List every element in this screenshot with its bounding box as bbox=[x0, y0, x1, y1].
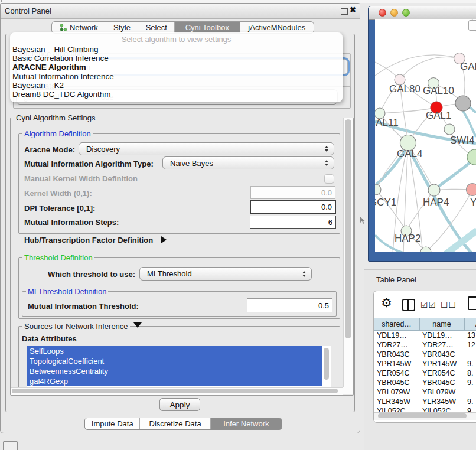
apply-button-label: Apply bbox=[170, 400, 190, 409]
attributes-vscrollbar-thumb[interactable] bbox=[324, 348, 329, 380]
kernel-width-label: Kernel Width (0,1): bbox=[24, 189, 92, 198]
table-cell[interactable]: 9. bbox=[467, 359, 476, 369]
table-cell[interactable]: YDL19… bbox=[377, 331, 419, 340]
window-minimize-button[interactable] bbox=[390, 9, 398, 17]
network-node-hap4[interactable] bbox=[428, 184, 440, 196]
table-cell[interactable]: 8. bbox=[467, 369, 476, 378]
which-threshold-combo[interactable]: MI Threshold bbox=[139, 267, 312, 281]
tab-style[interactable]: Style bbox=[106, 22, 138, 33]
table-cell[interactable]: YER054C bbox=[422, 369, 464, 378]
network-node-label: GCY1 bbox=[375, 197, 396, 208]
table-cell[interactable]: YDR27… bbox=[377, 340, 419, 350]
mouse-cursor bbox=[360, 217, 366, 224]
table-panel-title: Table Panel bbox=[376, 275, 416, 284]
algorithm-option[interactable]: Dream8 DC_TDC Algorithm bbox=[12, 90, 344, 99]
collapse-arrow-icon[interactable] bbox=[133, 322, 142, 328]
bottom-tab-discretize-data[interactable]: Discretize Data bbox=[139, 418, 210, 429]
table-cell[interactable]: YBR043C bbox=[377, 350, 419, 359]
tab-network[interactable]: Network bbox=[52, 22, 106, 33]
network-node-label: GAL1 bbox=[426, 110, 451, 121]
table-cell[interactable]: YER054C bbox=[377, 369, 419, 378]
table-column-header[interactable]: name bbox=[419, 318, 464, 331]
control-panel-titlebar bbox=[1, 4, 360, 19]
table-cell[interactable]: YBL079W bbox=[377, 387, 419, 397]
network-edge bbox=[463, 111, 476, 137]
network-node-y[interactable] bbox=[467, 184, 476, 196]
table-cell[interactable]: YPR145W bbox=[422, 359, 464, 369]
tab-jactivemnodules[interactable]: jActiveMNodules bbox=[240, 22, 314, 33]
sources-group-title: Sources for Network Inference bbox=[22, 322, 130, 331]
data-attributes-list[interactable]: SelfLoopsTopologicalCoefficientBetweenne… bbox=[27, 346, 331, 387]
tab-cyni-toolbox[interactable]: Cyni Toolbox bbox=[174, 22, 240, 33]
float-window-icon[interactable] bbox=[341, 8, 348, 15]
tab-label: jActiveMNodules bbox=[248, 23, 305, 32]
tab-label: Select bbox=[146, 23, 167, 32]
tab-label: Network bbox=[70, 23, 98, 32]
table-cell[interactable]: YDR27… bbox=[422, 340, 464, 350]
table-cell[interactable]: 12 bbox=[467, 340, 476, 350]
algorithm-option[interactable]: Basic Correlation Inference bbox=[12, 54, 344, 63]
table-cell[interactable]: YPR145W bbox=[377, 359, 419, 369]
new-table-icon[interactable] bbox=[468, 296, 476, 310]
table-hscrollbar-thumb[interactable] bbox=[378, 413, 467, 418]
tab-select[interactable]: Select bbox=[138, 22, 174, 33]
mi-steps-field[interactable]: 6 bbox=[250, 216, 336, 229]
table-cell[interactable]: YBR043C bbox=[422, 350, 464, 359]
bottom-tab-infer-network[interactable]: Infer Network bbox=[210, 418, 282, 429]
window-zoom-button[interactable] bbox=[402, 9, 410, 17]
network-node[interactable] bbox=[455, 96, 471, 111]
data-attribute-item[interactable]: gal4RGexp bbox=[27, 376, 322, 386]
mi-threshold-field[interactable]: 0.5 bbox=[247, 298, 332, 312]
settings-vscrollbar-thumb[interactable] bbox=[345, 119, 351, 338]
select-all-icon[interactable]: ☑☑ bbox=[420, 300, 436, 309]
algorithm-option[interactable]: Bayesian – K2 bbox=[12, 81, 344, 90]
control-panel-title: Control Panel bbox=[5, 6, 51, 15]
data-attributes-label: Data Attributes bbox=[22, 334, 77, 343]
split-columns-icon[interactable] bbox=[402, 299, 415, 311]
aracne-mode-combo[interactable]: Discovery bbox=[79, 142, 334, 155]
network-node-label: GAL bbox=[460, 61, 476, 72]
manual-kernel-checkbox[interactable] bbox=[324, 174, 334, 184]
expand-arrow-icon[interactable] bbox=[161, 236, 167, 243]
scrollbar-corner bbox=[343, 387, 353, 394]
window-close-button[interactable] bbox=[379, 9, 386, 17]
application-root: Control Panel ✖ NetworkStyleSelectCyni T… bbox=[0, 0, 476, 450]
data-attribute-item[interactable]: SelfLoops bbox=[27, 346, 322, 356]
table-cell[interactable]: YBR045C bbox=[377, 378, 419, 387]
bottom-tab-impute-data[interactable]: Impute Data bbox=[85, 418, 139, 429]
mi-steps-label: Mutual Information Steps: bbox=[24, 218, 119, 227]
kernel-width-field[interactable]: 0.0 bbox=[250, 186, 335, 199]
network-node[interactable] bbox=[444, 124, 455, 135]
table-cell[interactable]: YDL19… bbox=[422, 331, 464, 340]
network-node-gcy1[interactable] bbox=[375, 184, 381, 195]
mi-threshold-label: Mutual Information Threshold: bbox=[28, 302, 139, 311]
dpi-tolerance-field[interactable]: 0.0 bbox=[250, 200, 336, 214]
settings-hscrollbar-thumb[interactable] bbox=[12, 389, 338, 393]
table-cell[interactable]: YBR045C bbox=[422, 378, 464, 387]
network-node-label: HAP4 bbox=[423, 197, 449, 208]
table-cell[interactable]: 9. bbox=[467, 378, 476, 387]
network-graph[interactable]: GALGAL80GAL10GAL1GAL11GAL4SWI4HAP4YGCY1H… bbox=[375, 19, 476, 252]
data-attribute-item[interactable]: BetweennessCentrality bbox=[27, 366, 322, 376]
gear-icon[interactable]: ⚙ bbox=[381, 296, 392, 310]
data-attribute-item[interactable]: TopologicalCoefficient bbox=[27, 356, 322, 366]
table-cell[interactable]: YLR345W bbox=[377, 397, 419, 406]
table-column-header[interactable]: A bbox=[464, 318, 476, 331]
apply-button[interactable]: Apply bbox=[159, 398, 200, 411]
algorithm-option[interactable]: ARACNE Algorithm bbox=[12, 63, 344, 71]
table-cell[interactable]: YBL079W bbox=[422, 387, 464, 397]
mi-type-combo[interactable]: Naive Bayes bbox=[162, 156, 334, 169]
birdseye-control[interactable] bbox=[468, 20, 476, 31]
mi-steps-value: 6 bbox=[328, 218, 332, 227]
close-icon[interactable]: ✖ bbox=[350, 5, 356, 14]
algorithm-option[interactable]: Bayesian – Hill Climbing bbox=[12, 45, 344, 54]
algorithm-option[interactable]: Mutual Information Inference bbox=[12, 72, 344, 81]
deselect-all-icon[interactable]: ☐☐ bbox=[441, 300, 457, 309]
table-cell[interactable]: 9. bbox=[467, 397, 476, 406]
algorithm-definition-title: Algorithm Definition bbox=[22, 129, 93, 138]
table-cell[interactable]: 13 bbox=[467, 331, 476, 340]
table-cell[interactable]: YLR345W bbox=[422, 397, 464, 406]
table-column-header[interactable]: shared… bbox=[374, 318, 419, 331]
minimized-panel-icon[interactable] bbox=[3, 441, 18, 450]
hub-definition-label[interactable]: Hub/Transcription Factor Definition bbox=[24, 236, 153, 244]
